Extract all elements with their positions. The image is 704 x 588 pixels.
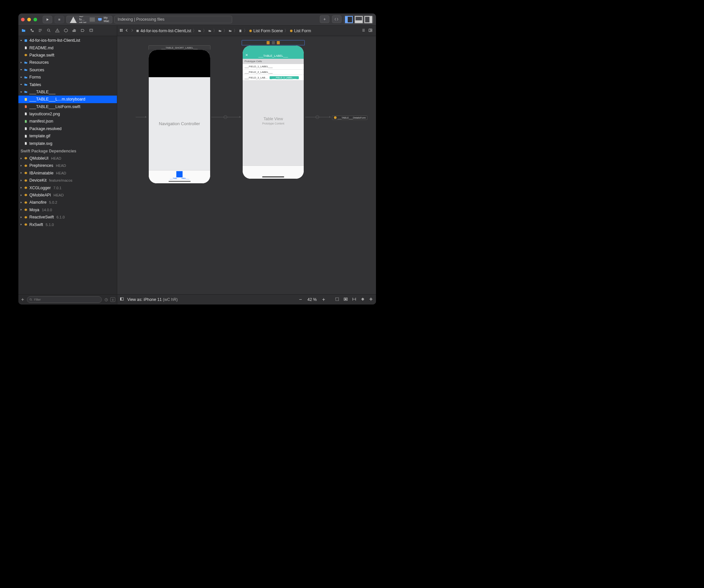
scm-filter-button[interactable]: [110, 297, 115, 302]
scheme-selector[interactable]: 4d-fo…ntList My Mac: [66, 16, 112, 23]
initial-vc-arrow[interactable]: [136, 117, 147, 117]
jumpbar-folder-2[interactable]: [208, 29, 212, 33]
add-button[interactable]: +: [20, 297, 25, 302]
prototype-cell-field1[interactable]: ___FIELD_1_LABEL___: [243, 64, 304, 70]
tree-project-root[interactable]: 4d-for-ios-form-list-ClientList: [18, 37, 117, 44]
jumpbar-target[interactable]: List Form: [290, 29, 311, 33]
run-destination[interactable]: My Mac: [95, 16, 112, 23]
segue-node-1[interactable]: [224, 115, 227, 119]
align-button[interactable]: [352, 297, 356, 302]
prototype-cell-field3[interactable]: ___FIELD_3_LAB… ___FIELD_3_LABEL___: [243, 75, 304, 81]
navigation-controller-scene[interactable]: ___TABLE_SHORT_LABEL___ Navigation Contr…: [149, 45, 210, 183]
code-review-button[interactable]: [332, 15, 342, 23]
zoom-window-button[interactable]: [34, 18, 37, 21]
tree-readme[interactable]: README.md: [18, 44, 117, 51]
report-navigator-tab[interactable]: [89, 28, 93, 33]
tree-forms[interactable]: Forms: [18, 73, 117, 81]
add-editor-button[interactable]: [368, 28, 372, 33]
tree-tables[interactable]: Tables: [18, 81, 117, 88]
segue-node-2[interactable]: [315, 115, 319, 119]
tree-package-swift[interactable]: Package.swift: [18, 52, 117, 59]
dep-row[interactable]: QMobileAPIHEAD: [18, 192, 117, 199]
activity-viewer[interactable]: Indexing | Processing files: [114, 16, 232, 23]
field3-chip[interactable]: ___FIELD_3_LABEL___: [270, 76, 299, 79]
dep-row[interactable]: Alamofire5.0.2: [18, 199, 117, 206]
tree-table-group[interactable]: ___TABLE___: [18, 88, 117, 96]
navigation-controller-frame[interactable]: Navigation Controller ___TABL… …ABEL___: [149, 50, 210, 183]
toggle-debug-area-button[interactable]: [354, 16, 363, 23]
project-navigator-tree[interactable]: 4d-for-ios-form-list-ClientList README.m…: [18, 36, 117, 294]
tab-item[interactable]: ___TABL… …ABEL___: [170, 171, 189, 179]
zoom-out-button[interactable]: −: [298, 297, 303, 302]
stop-button[interactable]: [55, 16, 64, 23]
find-navigator-tab[interactable]: [47, 28, 51, 33]
document-outline-button[interactable]: [361, 28, 365, 33]
jumpbar-folder-3[interactable]: [218, 29, 222, 33]
tree-manifest[interactable]: manifest.json: [18, 118, 117, 125]
tree-storyboard[interactable]: ___TABLE___L…m.storyboard: [18, 96, 117, 103]
dep-row[interactable]: XCGLogger7.0.1: [18, 184, 117, 191]
jumpbar-scene[interactable]: List Form Scene: [249, 29, 283, 33]
toggle-inspector-button[interactable]: [363, 16, 373, 23]
scene-vc-icon[interactable]: [266, 41, 270, 44]
scene-first-responder-icon[interactable]: [272, 41, 275, 44]
jump-bar[interactable]: 4d-for-ios-form-list-ClientList 〉 〉 〉 〉 …: [136, 28, 360, 34]
list-form-frame[interactable]: ✕ ___TABLE_LABEL___ Prototype Cells ___F…: [242, 45, 304, 179]
tree-resources[interactable]: Resources: [18, 59, 117, 66]
symbol-navigator-tab[interactable]: [38, 28, 42, 33]
ib-canvas[interactable]: ___TABLE_SHORT_LABEL___ Navigation Contr…: [117, 36, 376, 294]
tree-listform-swift[interactable]: ___TABLE___ListForm.swift: [18, 103, 117, 110]
embed-in-button[interactable]: [344, 297, 348, 302]
debug-navigator-tab[interactable]: [72, 28, 76, 33]
svg-point-30: [30, 299, 32, 300]
dep-row[interactable]: DeviceKitfeature/macos: [18, 177, 117, 184]
dep-row[interactable]: PrephirencesHEAD: [18, 162, 117, 169]
dep-row[interactable]: Moya14.0.0: [18, 206, 117, 214]
storyboard-reference[interactable]: ___TABLE___DetailsForm: [332, 116, 367, 120]
dep-row[interactable]: IBAnimatableHEAD: [18, 169, 117, 177]
scene-exit-icon[interactable]: [277, 41, 280, 44]
minimize-window-button[interactable]: [27, 18, 31, 21]
related-items-button[interactable]: [119, 28, 123, 33]
prototype-cell-field2[interactable]: ___FIELD_2_LABEL___: [243, 70, 304, 75]
jumpbar-root[interactable]: 4d-for-ios-form-list-ClientList: [136, 29, 191, 33]
run-button[interactable]: [43, 16, 52, 23]
tree-sources[interactable]: Sources: [18, 66, 117, 73]
tree-template-svg[interactable]: template.svg: [18, 140, 117, 147]
dep-row[interactable]: RxSwift5.1.0: [18, 221, 117, 228]
close-icon[interactable]: ✕: [245, 53, 248, 57]
tvc-navbar[interactable]: ✕ ___TABLE_LABEL___: [243, 46, 304, 59]
jumpbar-file[interactable]: [239, 29, 242, 33]
close-window-button[interactable]: [21, 18, 24, 21]
dep-row[interactable]: QMobileUIHEAD: [18, 155, 117, 162]
zoom-level[interactable]: 42 %: [307, 297, 316, 302]
update-frames-button[interactable]: [335, 297, 339, 302]
test-navigator-tab[interactable]: [64, 28, 68, 33]
toggle-navigator-button[interactable]: [344, 16, 354, 23]
breakpoint-navigator-tab[interactable]: [80, 28, 85, 33]
tree-layout-png[interactable]: layoutIconx2.png: [18, 110, 117, 118]
filter-input[interactable]: Filter: [27, 296, 102, 303]
tree-template-gif[interactable]: template.gif: [18, 132, 117, 140]
scene-header-icons[interactable]: [242, 40, 304, 45]
toggle-outline-button[interactable]: [120, 297, 124, 302]
recent-filter-button[interactable]: [104, 297, 109, 302]
forward-button[interactable]: [130, 28, 134, 33]
tree-package-resolved[interactable]: Package.resolved: [18, 125, 117, 132]
jumpbar-folder-1[interactable]: [198, 29, 201, 33]
list-form-scene[interactable]: ✕ ___TABLE_LABEL___ Prototype Cells ___F…: [242, 45, 304, 179]
resolve-issues-button[interactable]: [369, 297, 373, 302]
tableview[interactable]: Prototype Cells ___FIELD_1_LABEL___ ___F…: [243, 59, 304, 166]
issue-navigator-tab[interactable]: [55, 28, 59, 33]
dep-row[interactable]: ReactiveSwift6.1.0: [18, 214, 117, 221]
project-navigator-tab[interactable]: [21, 28, 25, 33]
view-as-selector[interactable]: View as: iPhone 11 (wC hR): [127, 297, 178, 302]
source-control-navigator-tab[interactable]: [30, 28, 34, 33]
back-button[interactable]: [125, 28, 129, 33]
scene-title[interactable]: ___TABLE_SHORT_LABEL___: [149, 45, 210, 50]
pin-constraints-button[interactable]: [360, 297, 365, 302]
jumpbar-folder-4[interactable]: [229, 29, 232, 33]
zoom-in-button[interactable]: +: [321, 297, 327, 302]
prototype-cells-header: Prototype Cells: [243, 59, 304, 64]
library-button[interactable]: [320, 15, 329, 23]
